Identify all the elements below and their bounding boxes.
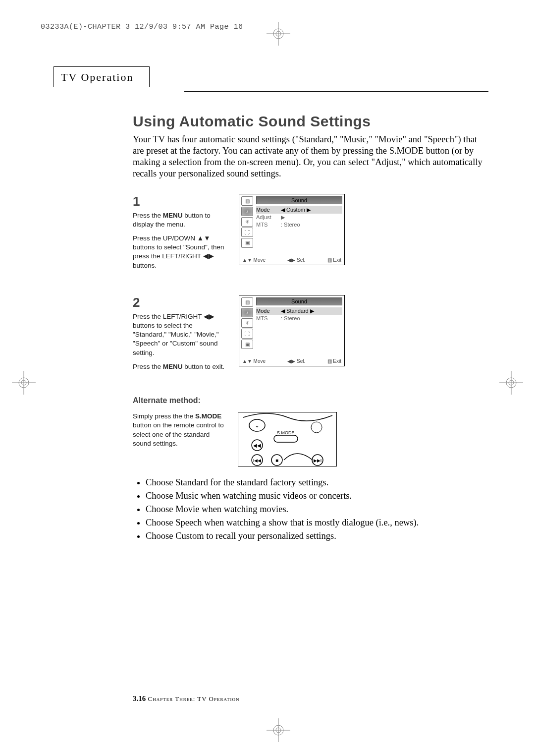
osd-icon-channel: ✳: [241, 318, 253, 328]
step-1: 1 Press the MENU button to display the m…: [133, 194, 482, 275]
osd-label: MTS: [256, 315, 281, 321]
osd-title: Sound: [256, 297, 342, 305]
osd-footer-move: ▲▼ Move: [242, 358, 266, 364]
bullet-music: Choose Music when watching music videos …: [146, 490, 482, 502]
svg-text:◀◀: ◀◀: [253, 443, 261, 448]
osd-icon-column: ▥ ♪ ✳ ⛶ ▣: [241, 196, 254, 248]
intro-paragraph: Your TV has four automatic sound setting…: [133, 134, 482, 180]
osd-footer-exit: ▥ Exit: [327, 358, 341, 364]
alt-text-smode: S.MODE: [195, 412, 221, 420]
crop-mark-top: [267, 22, 290, 46]
osd-label: Mode: [256, 308, 281, 314]
osd-footer: ▲▼ Move ◀▶ Sel. ▥ Exit: [242, 257, 341, 263]
page-title: Using Automatic Sound Settings: [133, 113, 482, 130]
osd-row-mts: MTS : Stereo: [256, 315, 342, 322]
svg-rect-18: [274, 435, 298, 442]
osd-row-mode: Mode ◀ Standard ▶: [256, 307, 342, 315]
svg-text:⌄: ⌄: [255, 422, 260, 429]
step-2-text: Press the LEFT/RIGHT ◀▶ buttons to selec…: [133, 312, 227, 371]
osd-icon-picture: ▥: [241, 297, 253, 307]
step-1-para2: Press the UP/DOWN ▲▼ buttons to select "…: [133, 234, 227, 270]
remote-smode-label: S.MODE: [277, 430, 295, 435]
osd-icon-sound: ♪: [241, 308, 253, 317]
osd-footer-sel: ◀▶ Sel.: [287, 257, 305, 263]
step-2-text-a: Press the: [133, 363, 163, 370]
osd-row-mts: MTS : Stereo: [256, 221, 342, 228]
step-1-menu-word: MENU: [163, 212, 183, 219]
osd-footer: ▲▼ Move ◀▶ Sel. ▥ Exit: [242, 358, 341, 364]
crop-mark-bottom: [267, 718, 290, 742]
osd-row-mode: Mode ◀ Custom ▶: [256, 206, 342, 214]
alt-text-a: Simply press the the: [133, 412, 195, 420]
mode-bullet-list: Choose Standard for the standard factory…: [133, 476, 482, 542]
footer-page-number: 3.16: [133, 695, 146, 702]
osd-title: Sound: [256, 196, 342, 204]
osd-icon-sound: ♪: [241, 207, 253, 216]
step-1-number: 1: [133, 194, 227, 209]
osd-label: MTS: [256, 222, 281, 228]
svg-text:■: ■: [275, 458, 278, 463]
osd-footer-move: ▲▼ Move: [242, 257, 266, 263]
bullet-speech: Choose Speech when watching a show that …: [146, 517, 482, 529]
step-2: 2 Press the LEFT/RIGHT ◀▶ buttons to sel…: [133, 295, 482, 376]
osd-footer-exit: ▥ Exit: [327, 257, 341, 263]
osd-icon-column: ▥ ♪ ✳ ⛶ ▣: [241, 297, 254, 349]
osd-row-adjust: Adjust ▶: [256, 214, 342, 221]
page-footer: 3.16 Chapter Three: TV Operation: [133, 695, 240, 703]
osd-value: : Stereo: [281, 315, 342, 321]
osd-icon-setup: ⛶: [241, 329, 253, 338]
remote-illustration: ⌄ S.MODE ◀◀ I◀◀ ■ ▶▶I: [238, 412, 337, 466]
section-rule: [184, 91, 488, 92]
step-1-text-a: Press the: [133, 212, 163, 219]
crop-mark-right: [499, 371, 523, 395]
bullet-movie: Choose Movie when watching movies.: [146, 503, 482, 516]
bullet-standard: Choose Standard for the standard factory…: [146, 476, 482, 489]
osd-footer-sel: ◀▶ Sel.: [287, 358, 305, 364]
alternate-heading: Alternate method:: [133, 396, 482, 405]
step-2-number: 2: [133, 295, 227, 310]
step-2-text-c: button to exit.: [183, 363, 225, 370]
print-header: 03233A(E)-CHAPTER 3 12/9/03 9:57 AM Page…: [41, 23, 243, 31]
step-2-para1: Press the LEFT/RIGHT ◀▶ buttons to selec…: [133, 312, 227, 357]
section-label: TV Operation: [61, 71, 133, 83]
osd-value: ▶: [281, 214, 342, 221]
step-2-menu-word: MENU: [163, 363, 183, 370]
alternate-row: Simply press the the S.MODE button on th…: [133, 412, 482, 466]
osd-icon-input: ▣: [241, 238, 253, 247]
osd-value: : Stereo: [281, 222, 342, 228]
osd-value: ◀ Standard ▶: [281, 308, 342, 314]
alternate-text: Simply press the the S.MODE button on th…: [133, 412, 227, 453]
osd-icon-input: ▣: [241, 340, 253, 349]
osd-value: ◀ Custom ▶: [281, 207, 342, 213]
svg-text:▶▶I: ▶▶I: [314, 458, 322, 463]
osd-screenshot-1: ▥ ♪ ✳ ⛶ ▣ Sound Mode ◀ Custom ▶: [239, 194, 345, 265]
crop-mark-left: [12, 371, 36, 395]
alt-text-c: button on the remote control to select o…: [133, 421, 224, 447]
section-label-box: TV Operation: [54, 66, 150, 87]
svg-text:I◀◀: I◀◀: [253, 458, 262, 463]
osd-icon-picture: ▥: [241, 196, 253, 206]
osd-screenshot-2: ▥ ♪ ✳ ⛶ ▣ Sound Mode ◀ Standard ▶: [239, 295, 345, 366]
step-1-text: Press the MENU button to display the men…: [133, 211, 227, 270]
footer-chapter-label: Chapter Three: TV Operation: [146, 695, 239, 702]
osd-label: Adjust: [256, 214, 281, 221]
svg-point-27: [311, 422, 322, 433]
osd-icon-channel: ✳: [241, 217, 253, 227]
bullet-custom: Choose Custom to recall your personalize…: [146, 530, 482, 542]
osd-label: Mode: [256, 207, 281, 213]
osd-icon-setup: ⛶: [241, 228, 253, 237]
